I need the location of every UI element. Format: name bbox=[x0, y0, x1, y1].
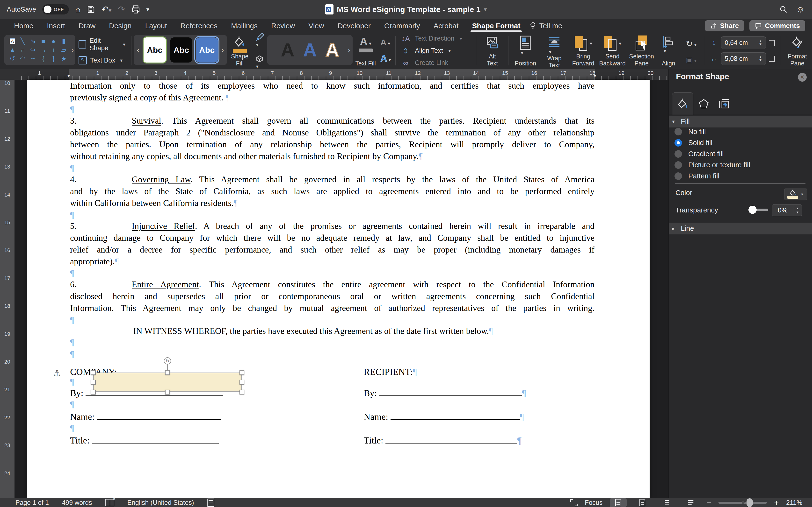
text-box-button[interactable]: A Text Box▾ bbox=[79, 56, 125, 64]
tab-grammarly[interactable]: Grammarly bbox=[377, 19, 427, 33]
pane-close-icon[interactable]: ✕ bbox=[798, 73, 807, 81]
fill-option-no-fill[interactable]: No fill bbox=[674, 126, 706, 137]
resize-handle-e[interactable] bbox=[240, 380, 244, 385]
wordart-more-icon[interactable]: › bbox=[348, 46, 350, 54]
indent-marker[interactable]: ▾ bbox=[67, 73, 69, 79]
document-title[interactable]: MS Word eSigning Template - sample 1 bbox=[337, 5, 480, 14]
document-page[interactable]: Information only to those of its employe… bbox=[27, 80, 650, 498]
tab-home[interactable]: Home bbox=[7, 19, 40, 33]
tab-mailings[interactable]: Mailings bbox=[224, 19, 264, 33]
zoom-out-button[interactable]: − bbox=[706, 499, 711, 507]
shape-fill-button[interactable]: Shape Fill bbox=[227, 33, 253, 69]
toolbar-options-icon[interactable]: ▾ bbox=[146, 6, 149, 12]
transparency-stepper[interactable]: ▲▼ bbox=[793, 205, 802, 216]
print-icon[interactable] bbox=[132, 5, 140, 14]
fill-color-button[interactable]: ▾ bbox=[784, 188, 807, 201]
radio-icon[interactable] bbox=[674, 128, 682, 135]
wrap-text-button[interactable]: ▾ Wrap Text bbox=[540, 33, 569, 69]
shape-glyph-icon[interactable]: ~ bbox=[31, 56, 35, 62]
pane-tab-fill-line[interactable] bbox=[672, 93, 693, 115]
width-stepper[interactable]: ▲▼ bbox=[759, 56, 762, 62]
redo-button[interactable]: ↷ bbox=[118, 5, 125, 14]
selection-pane-button[interactable]: Selection Pane bbox=[627, 33, 656, 69]
resize-handle-n[interactable] bbox=[165, 370, 170, 375]
alt-text-button[interactable]: Alt Text bbox=[479, 33, 506, 69]
edit-shape-button[interactable]: Edit Shape▾ bbox=[79, 37, 125, 52]
insert-shapes-gallery[interactable]: A╲↘■●▮▲⌐↪→↓▱↺◠~{}★› bbox=[4, 35, 75, 65]
create-link-button[interactable]: ∞ Create Link bbox=[400, 59, 471, 67]
radio-icon[interactable] bbox=[674, 139, 682, 147]
resize-handle-s[interactable] bbox=[165, 390, 170, 394]
tab-shape-format[interactable]: Shape Format bbox=[465, 19, 527, 33]
shape-glyph-icon[interactable]: ◠ bbox=[20, 56, 26, 62]
shape-style-blue-selected[interactable]: Abc bbox=[196, 38, 218, 62]
tab-insert[interactable]: Insert bbox=[40, 19, 72, 33]
shape-glyph-icon[interactable]: ⌐ bbox=[21, 47, 24, 53]
pane-tab-effects[interactable] bbox=[693, 93, 714, 115]
tab-review[interactable]: Review bbox=[264, 19, 302, 33]
format-pane-button[interactable]: Format Pane bbox=[783, 33, 812, 69]
rotation-handle[interactable]: ↻ bbox=[164, 357, 171, 364]
language-indicator[interactable]: English (United States) bbox=[128, 499, 194, 507]
autosave-toggle[interactable]: OFF bbox=[42, 4, 69, 14]
tab-tell-me[interactable]: Tell me bbox=[529, 22, 562, 30]
resize-handle-w[interactable] bbox=[91, 380, 96, 385]
text-direction-button[interactable]: ↕A Text Direction▾ bbox=[400, 35, 471, 43]
resize-handle-nw[interactable] bbox=[91, 370, 96, 375]
vertical-ruler[interactable]: 101112131415161718192021222324 bbox=[0, 80, 14, 498]
resize-handle-ne[interactable] bbox=[240, 370, 244, 375]
undo-button[interactable]: ↶▾ bbox=[101, 5, 111, 14]
shape-outline-button[interactable]: ▾ bbox=[255, 32, 265, 48]
tab-references[interactable]: References bbox=[174, 19, 224, 33]
publishing-layout-view-button[interactable] bbox=[634, 498, 651, 507]
group-button[interactable]: ▣▾ bbox=[686, 56, 697, 64]
bring-forward-button[interactable]: ▾ Bring Forward bbox=[569, 33, 598, 69]
transparency-input[interactable]: 0% ▲▼ bbox=[772, 204, 802, 216]
text-effects-button[interactable]: A▾ bbox=[380, 53, 391, 64]
wordart-style-black[interactable]: A bbox=[281, 41, 294, 59]
proofing-errors-icon[interactable] bbox=[105, 499, 114, 506]
fill-option-solid-fill[interactable]: Solid fill bbox=[674, 137, 712, 148]
fill-option-gradient-fill[interactable]: Gradient fill bbox=[674, 148, 724, 159]
selected-signature-shape[interactable] bbox=[93, 373, 242, 392]
wordart-styles-gallery[interactable]: A A A › bbox=[267, 35, 353, 65]
title-chevron-icon[interactable]: ▾ bbox=[484, 6, 487, 13]
shape-glyph-icon[interactable]: A bbox=[10, 38, 15, 44]
tab-view[interactable]: View bbox=[302, 19, 331, 33]
shape-glyph-icon[interactable]: ↘ bbox=[30, 38, 36, 45]
text-outline-button[interactable]: A▾ bbox=[380, 38, 391, 47]
comments-button[interactable]: Comments bbox=[749, 20, 805, 32]
shape-glyph-icon[interactable]: { bbox=[42, 56, 44, 62]
shape-style-white[interactable]: Abc bbox=[143, 37, 167, 63]
shape-glyph-icon[interactable]: ■ bbox=[41, 38, 45, 45]
draft-view-button[interactable] bbox=[682, 498, 699, 507]
rotate-button[interactable]: ↻▾ bbox=[686, 39, 697, 48]
styles-next-icon[interactable]: › bbox=[221, 46, 224, 54]
wordart-style-blue[interactable]: A bbox=[303, 41, 317, 59]
fill-option-picture-or-texture-fill[interactable]: Picture or texture fill bbox=[674, 159, 750, 170]
shape-glyph-icon[interactable]: ↓ bbox=[52, 47, 55, 53]
shape-glyph-icon[interactable]: ▱ bbox=[61, 47, 66, 53]
fill-section-header[interactable]: ▾Fill bbox=[669, 116, 812, 127]
shape-effects-button[interactable]: ▾ bbox=[255, 54, 265, 69]
shape-glyph-icon[interactable]: ↪ bbox=[30, 47, 36, 53]
outline-view-button[interactable] bbox=[658, 498, 675, 507]
page-count[interactable]: Page 1 of 1 bbox=[15, 499, 49, 507]
share-button[interactable]: Share bbox=[705, 20, 744, 32]
zoom-slider[interactable] bbox=[718, 502, 767, 504]
tab-draw[interactable]: Draw bbox=[72, 19, 102, 33]
pane-tab-layout-properties[interactable] bbox=[714, 93, 735, 115]
shape-glyph-icon[interactable]: ● bbox=[51, 38, 55, 45]
tab-design[interactable]: Design bbox=[102, 19, 138, 33]
shape-glyph-icon[interactable]: ★ bbox=[61, 56, 67, 62]
styles-prev-icon[interactable]: ‹ bbox=[137, 46, 139, 54]
wordart-style-outline[interactable]: A bbox=[325, 41, 339, 59]
save-icon[interactable] bbox=[87, 5, 95, 13]
focus-button[interactable]: Focus bbox=[585, 499, 603, 507]
horizontal-ruler[interactable]: ▾ ▾ 11234567891011121314151617181920 bbox=[0, 69, 668, 80]
fill-option-pattern-fill[interactable]: Pattern fill bbox=[674, 170, 719, 181]
search-icon[interactable] bbox=[779, 5, 788, 13]
print-layout-view-button[interactable] bbox=[610, 498, 627, 507]
tab-acrobat[interactable]: Acrobat bbox=[427, 19, 465, 33]
position-button[interactable]: ▾ Position bbox=[511, 33, 540, 69]
